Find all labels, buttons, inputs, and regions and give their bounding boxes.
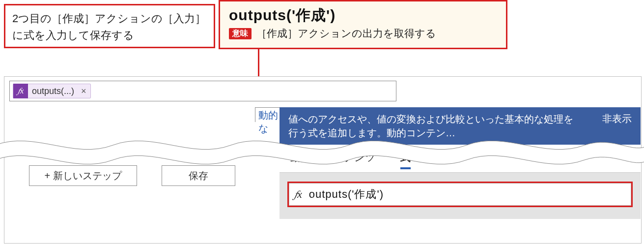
fx-icon: 𝑓x xyxy=(294,188,302,201)
new-step-button[interactable]: + 新しいステップ xyxy=(29,165,137,186)
save-label: 保存 xyxy=(189,169,208,183)
panel-hide-button[interactable]: 非表示 xyxy=(602,112,632,125)
expression-callout-right: outputs('作成') 意味 ［作成］アクションの出力を取得する xyxy=(219,0,507,49)
dynamic-content-panel: 値へのアクセスや、値の変換および比較といった基本的な処理を行う式を追加します。動… xyxy=(280,107,641,219)
token-remove-button[interactable]: × xyxy=(80,86,87,96)
save-button[interactable]: 保存 xyxy=(162,165,235,186)
flow-designer-canvas: 𝑓x outputs(...) × + 新しいステップ 保存 動的な 値へのアク… xyxy=(4,76,642,244)
tab-expression[interactable]: 式 xyxy=(400,151,411,169)
expression-input-row: 𝑓x xyxy=(289,183,631,206)
panel-header: 値へのアクセスや、値の変換および比較といった基本的な処理を行う式を追加します。動… xyxy=(280,107,641,145)
panel-tabs: 動的なコンテンツ 式 xyxy=(280,145,641,173)
meaning-badge: 意味 xyxy=(229,28,252,39)
instruction-callout-left: 2つ目の［作成］アクションの［入力］に式を入力して保存する xyxy=(4,4,215,48)
fx-icon: 𝑓x xyxy=(13,84,28,98)
expression-input-highlight: 𝑓x xyxy=(287,182,633,207)
callout-expression-desc: ［作成］アクションの出力を取得する xyxy=(256,27,436,40)
expression-editor-area: 𝑓x xyxy=(280,173,641,219)
callout-left-text: 2つ目の［作成］アクションの［入力］に式を入力して保存する xyxy=(12,12,206,41)
panel-header-text: 値へのアクセスや、値の変換および比較といった基本的な処理を行う式を追加します。動… xyxy=(288,112,578,140)
new-step-label: + 新しいステップ xyxy=(44,169,121,183)
callout-expression-title: outputs('作成') xyxy=(229,5,497,26)
expression-token[interactable]: 𝑓x outputs(...) × xyxy=(13,84,91,98)
expression-token-label: outputs(...) xyxy=(32,86,76,96)
action-input-field[interactable]: 𝑓x outputs(...) × xyxy=(9,81,396,101)
tab-dynamic-content[interactable]: 動的なコンテンツ xyxy=(290,151,376,169)
expression-input[interactable] xyxy=(309,188,626,201)
